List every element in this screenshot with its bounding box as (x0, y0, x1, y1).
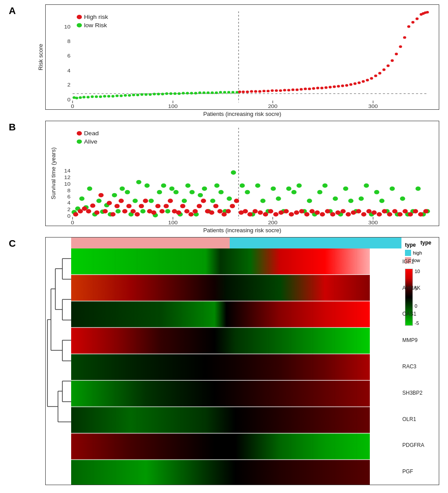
svg-point-158 (202, 187, 207, 191)
svg-point-151 (173, 190, 179, 194)
svg-text:6: 6 (67, 53, 71, 59)
panel-a-x-label: Patients (increasing risk socre) (45, 111, 439, 117)
svg-point-212 (110, 212, 116, 216)
svg-point-69 (287, 89, 290, 91)
svg-point-186 (343, 187, 348, 191)
red-dots (238, 11, 429, 93)
svg-text:4: 4 (67, 200, 71, 206)
svg-point-164 (227, 197, 232, 201)
svg-text:0: 0 (67, 97, 71, 103)
svg-point-162 (218, 190, 224, 194)
svg-point-147 (157, 190, 162, 194)
svg-point-223 (155, 204, 161, 208)
svg-point-213 (115, 204, 120, 208)
svg-point-216 (126, 204, 132, 208)
svg-point-170 (260, 199, 266, 203)
svg-point-172 (271, 187, 276, 191)
svg-point-195 (390, 187, 395, 191)
svg-point-50 (211, 91, 214, 94)
svg-point-271 (382, 209, 387, 213)
svg-point-148 (161, 184, 166, 188)
svg-text:0: 0 (67, 213, 71, 219)
svg-point-238 (217, 209, 223, 213)
svg-text:14: 14 (64, 168, 71, 174)
svg-point-26 (112, 95, 115, 97)
svg-point-44 (186, 92, 189, 94)
svg-rect-325 (71, 460, 370, 485)
svg-text:100: 100 (168, 220, 178, 226)
svg-point-189 (358, 197, 364, 201)
svg-point-252 (284, 209, 289, 213)
svg-point-266 (356, 209, 361, 213)
panel-c-label: C (9, 237, 21, 485)
svg-point-205 (82, 206, 87, 211)
type-bar-cyan (230, 238, 401, 248)
gene-label-mmp9: MMP9 (402, 327, 433, 353)
svg-point-92 (383, 68, 386, 71)
gene-labels: IGF1 AHNAK OAS1 MMP9 RAC3 SH3BP2 OLR1 PD… (402, 248, 433, 485)
svg-point-85 (354, 83, 357, 85)
svg-point-254 (294, 210, 299, 215)
gene-label-olr1: OLR1 (402, 406, 433, 432)
svg-point-157 (198, 193, 203, 198)
svg-point-173 (276, 197, 281, 201)
svg-point-260 (325, 209, 330, 213)
svg-point-263 (340, 209, 346, 213)
panel-c: C (9, 237, 439, 485)
svg-point-74 (308, 87, 311, 90)
svg-point-249 (268, 209, 273, 213)
svg-point-25 (107, 95, 110, 97)
svg-point-275 (403, 209, 408, 213)
svg-point-154 (185, 184, 191, 188)
svg-point-23 (99, 95, 102, 98)
svg-point-220 (143, 199, 148, 203)
svg-point-239 (221, 212, 227, 216)
panel-a-svg: 0 2 4 6 8 10 0 100 200 300 (46, 5, 439, 109)
svg-text:100: 100 (168, 104, 178, 109)
heatmap-rows: IGF1 AHNAK OAS1 MMP9 RAC3 SH3BP2 OLR1 PD… (71, 248, 401, 485)
svg-point-141 (133, 199, 138, 203)
svg-text:Alive: Alive (84, 139, 98, 145)
svg-text:High risk: High risk (84, 14, 108, 20)
svg-text:2: 2 (67, 207, 71, 212)
svg-point-279 (423, 209, 429, 213)
svg-point-240 (226, 209, 231, 213)
svg-text:2: 2 (67, 82, 71, 88)
svg-point-57 (238, 90, 241, 93)
svg-point-104 (426, 11, 429, 14)
svg-point-89 (370, 77, 373, 80)
panel-a: A Risk score 0 2 4 6 8 10 0 100 (9, 4, 439, 117)
svg-point-52 (219, 91, 222, 94)
svg-rect-319 (71, 301, 370, 327)
svg-point-177 (296, 184, 302, 188)
svg-point-43 (182, 92, 185, 94)
svg-point-97 (403, 36, 406, 39)
svg-point-247 (258, 210, 263, 215)
svg-point-73 (304, 87, 307, 90)
svg-point-137 (116, 209, 121, 213)
svg-text:12: 12 (64, 175, 71, 180)
svg-point-76 (316, 86, 319, 89)
svg-point-193 (379, 199, 385, 203)
svg-point-130 (87, 187, 92, 191)
svg-point-105 (77, 15, 82, 19)
svg-point-160 (210, 199, 215, 203)
panel-a-chart-area: Risk score 0 2 4 6 8 10 0 100 200 300 (21, 4, 439, 117)
svg-point-192 (374, 190, 379, 194)
dendrogram-area (46, 238, 71, 485)
panel-b-chart-box: Survival time (years) 0 2 4 6 8 10 12 14… (45, 121, 439, 226)
svg-point-209 (98, 193, 104, 198)
svg-point-87 (362, 80, 365, 83)
svg-point-273 (392, 209, 397, 213)
svg-point-217 (130, 209, 136, 213)
svg-point-16 (72, 96, 76, 99)
type-bar-pink (71, 238, 230, 248)
svg-point-78 (325, 86, 328, 89)
svg-text:200: 200 (268, 104, 278, 109)
svg-point-276 (408, 212, 413, 216)
heatmap-svg (71, 248, 370, 485)
svg-point-256 (304, 212, 310, 216)
svg-point-51 (215, 91, 218, 94)
svg-point-233 (197, 204, 202, 208)
svg-point-229 (180, 204, 185, 208)
